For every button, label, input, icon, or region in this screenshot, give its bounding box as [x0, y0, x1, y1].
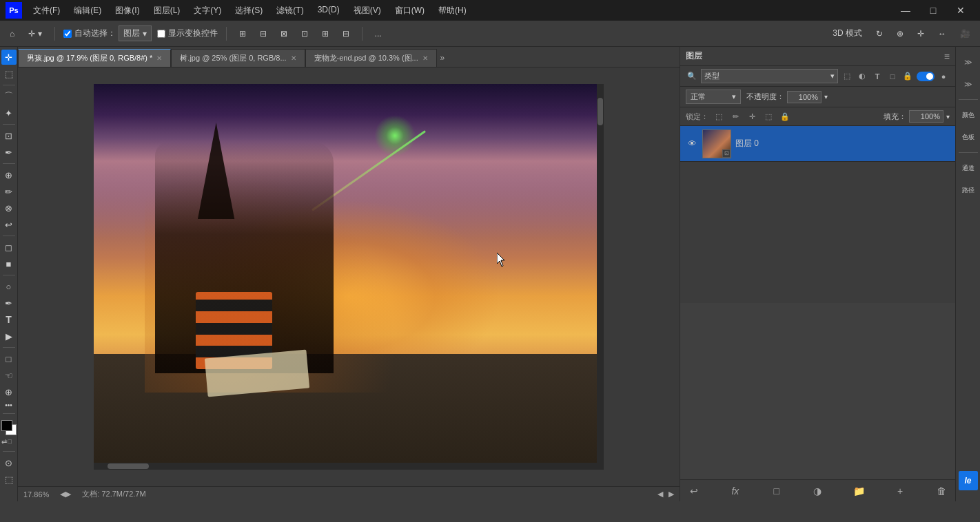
gradient-tool[interactable]: ■: [1, 256, 17, 271]
move-tool-button[interactable]: ✛ ▾: [24, 28, 45, 40]
color-panel-button[interactable]: 颜色: [959, 105, 978, 125]
channels-panel-button[interactable]: 通道: [959, 158, 978, 178]
filter-toggle[interactable]: [917, 72, 935, 81]
spot-heal-tool[interactable]: ⊕: [1, 167, 17, 182]
lasso-tool[interactable]: ⌒: [1, 89, 17, 104]
rotate-3d-button[interactable]: ↻: [872, 28, 887, 40]
menu-help[interactable]: 帮助(H): [433, 3, 472, 18]
eyedropper-tool[interactable]: ✒: [1, 145, 17, 160]
minimize-button[interactable]: —: [892, 0, 919, 21]
align-left-button[interactable]: ⊞: [235, 28, 250, 40]
tab-dragon[interactable]: 宠物龙-end.psd @ 10.3% (图... ✕: [305, 49, 437, 67]
menu-image[interactable]: 图像(I): [110, 3, 145, 18]
clone-tool[interactable]: ⊗: [1, 200, 17, 216]
orbit-3d-button[interactable]: ⊕: [892, 28, 908, 40]
filter-adjust-icon[interactable]: ◐: [856, 70, 868, 83]
auto-select-dropdown[interactable]: 图层 ▾: [119, 25, 152, 41]
maximize-button[interactable]: □: [919, 0, 947, 21]
layer-visibility-0[interactable]: 👁: [686, 138, 698, 150]
layer-item-0[interactable]: 👁 ⊡ 图层 0: [680, 126, 955, 162]
tab-nanhao-close[interactable]: ✕: [156, 54, 162, 62]
opacity-dropdown-btn[interactable]: ▾: [824, 93, 828, 101]
right-expand-button[interactable]: ≫: [959, 74, 978, 94]
blend-mode-dropdown[interactable]: 正常 ▾: [686, 90, 741, 104]
canvas-container[interactable]: [18, 67, 680, 486]
path-select-tool[interactable]: ▶: [1, 328, 17, 344]
more-options-button[interactable]: ...: [371, 28, 386, 40]
layers-list[interactable]: 👁 ⊡ 图层 0: [680, 126, 955, 303]
paths-panel-button[interactable]: 路径: [959, 180, 978, 200]
menu-text[interactable]: 文字(Y): [188, 3, 227, 18]
eraser-tool[interactable]: ◻: [1, 240, 17, 255]
opacity-value[interactable]: 100%: [787, 91, 821, 103]
layer-adjustment-button[interactable]: ◑: [809, 483, 826, 499]
brush-tool[interactable]: ✏: [1, 184, 17, 199]
more-tools-button[interactable]: •••: [3, 401, 14, 410]
canvas-scrollbar-v[interactable]: [597, 84, 604, 470]
filter-pixel-icon[interactable]: ⬚: [841, 70, 853, 83]
nav-next[interactable]: ▶: [668, 490, 674, 499]
scrollbar-thumb-h[interactable]: [108, 463, 149, 469]
scale-3d-button[interactable]: 🎥: [956, 28, 974, 40]
scrollbar-thumb-v[interactable]: [598, 98, 603, 125]
menu-filter[interactable]: 滤镜(T): [271, 3, 309, 18]
filter-type-dropdown[interactable]: 类型 ▾: [701, 69, 838, 83]
layer-link-button[interactable]: ↩: [686, 483, 702, 499]
lock-transparent-button[interactable]: ⬚: [713, 110, 725, 123]
menu-file[interactable]: 文件(F): [28, 3, 65, 18]
foreground-color-swatch[interactable]: [1, 420, 12, 431]
menu-view[interactable]: 视图(V): [348, 3, 387, 18]
layers-panel-menu-button[interactable]: ≡: [944, 51, 950, 62]
canvas-scrollbar-h[interactable]: [94, 463, 597, 470]
filter-shape-icon[interactable]: □: [886, 70, 899, 83]
tab-nanhao[interactable]: 男孩.jpg @ 17.9% (图层 0, RGB/8#) * ✕: [18, 49, 171, 67]
crop-tool[interactable]: ⊡: [1, 128, 17, 143]
select-tool[interactable]: ⬚: [1, 66, 17, 81]
switch-colors-button[interactable]: ⇄: [1, 438, 7, 448]
align-center-h-button[interactable]: ⊟: [256, 28, 271, 40]
pen-tool[interactable]: ✒: [1, 295, 17, 311]
show-transform-option[interactable]: 显示变换控件: [157, 28, 218, 39]
dodge-tool[interactable]: ○: [1, 279, 17, 294]
align-top-button[interactable]: ⊡: [297, 28, 312, 40]
magic-wand-tool[interactable]: ✦: [1, 105, 17, 121]
collapse-panels-button[interactable]: ≫: [959, 52, 978, 72]
history-brush-tool[interactable]: ↩: [1, 217, 17, 232]
default-colors-button[interactable]: □: [8, 438, 12, 448]
type-tool[interactable]: T: [1, 312, 17, 327]
move-tool[interactable]: ✛: [1, 50, 17, 65]
layer-fx-button[interactable]: fx: [727, 483, 744, 499]
tab-scroll-right[interactable]: »: [437, 49, 448, 67]
menu-layer[interactable]: 图层(L): [148, 3, 186, 18]
align-right-button[interactable]: ⊠: [276, 28, 292, 40]
auto-select-option[interactable]: 自动选择： 图层 ▾: [63, 25, 152, 41]
lock-pixels-button[interactable]: ✏: [729, 110, 742, 123]
menu-select[interactable]: 选择(S): [229, 3, 268, 18]
auto-select-checkbox[interactable]: [63, 30, 72, 38]
show-transform-checkbox[interactable]: [157, 30, 165, 38]
swatches-panel-button[interactable]: 色板: [959, 127, 978, 147]
quick-mask-button[interactable]: ⊙: [1, 455, 17, 470]
lock-artboard-button[interactable]: ⬚: [762, 110, 775, 123]
menu-window[interactable]: 窗口(W): [389, 3, 430, 18]
tab-dragon-close[interactable]: ✕: [422, 54, 428, 62]
3d-mode-button[interactable]: 3D 模式: [828, 26, 866, 41]
menu-3d[interactable]: 3D(D): [312, 3, 345, 18]
filter-text-icon[interactable]: T: [871, 70, 884, 83]
align-center-v-button[interactable]: ⊞: [318, 28, 333, 40]
rectangle-tool[interactable]: □: [1, 351, 17, 366]
delete-layer-button[interactable]: 🗑: [933, 483, 950, 499]
layer-mask-button[interactable]: □: [768, 483, 785, 499]
canvas[interactable]: [94, 84, 604, 470]
home-button[interactable]: ⌂: [6, 28, 19, 40]
screen-mode-button[interactable]: ⬚: [1, 472, 17, 487]
slide-3d-button[interactable]: ↔: [934, 28, 950, 40]
hand-tool[interactable]: ☜: [1, 368, 17, 383]
close-button[interactable]: ✕: [947, 0, 974, 21]
filter-smart-icon[interactable]: 🔒: [901, 70, 914, 83]
lock-all-button[interactable]: 🔒: [779, 110, 791, 123]
zoom-tool[interactable]: ⊕: [1, 384, 17, 399]
menu-edit[interactable]: 编辑(E): [68, 3, 107, 18]
nav-prev[interactable]: ◀: [657, 490, 663, 499]
new-group-button[interactable]: 📁: [850, 483, 867, 499]
